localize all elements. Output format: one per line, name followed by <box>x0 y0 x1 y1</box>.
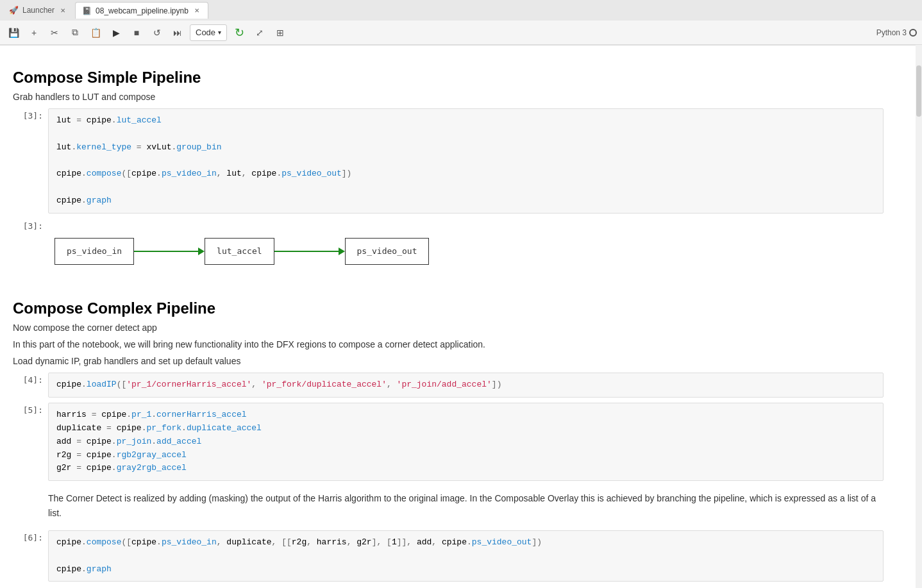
add-cell-button[interactable]: + <box>26 24 42 41</box>
cell-5-line-2: duplicate = cpipe.pr_fork.duplicate_acce… <box>56 422 875 435</box>
simple-pipeline-heading: Compose Simple Pipeline <box>13 69 884 87</box>
kernel-circle-icon <box>909 29 917 37</box>
cell-type-label: Code <box>196 28 215 37</box>
tab-launcher-close[interactable]: ✕ <box>58 6 67 15</box>
run-button[interactable]: ▶ <box>108 24 124 41</box>
complex-pipeline-subtext1: Now compose the corner detect app <box>13 323 884 333</box>
cell-4-number: [4]: <box>13 373 48 385</box>
cell-4-line-1: cpipe.loadIP(['pr_1/cornerHarris_accel',… <box>56 378 875 392</box>
complex-pipeline-subtext2: In this part of the notebook, we will br… <box>13 339 884 349</box>
refresh-button[interactable]: ↻ <box>231 24 247 41</box>
cell-3-output: [3]: ps_video_in lut_accel ps_video_out <box>13 219 884 285</box>
paste-button[interactable]: 📋 <box>87 24 104 41</box>
cell-5-content[interactable]: harris = cpipe.pr_1.cornerHarris_accel d… <box>48 403 884 481</box>
cell-6-line-1: cpipe.compose([cpipe.ps_video_in, duplic… <box>56 536 875 550</box>
arrow-1 <box>134 248 205 255</box>
cell-4-code: [4]: cpipe.loadIP(['pr_1/cornerHarris_ac… <box>13 373 884 398</box>
copy-button[interactable]: ⧉ <box>67 24 83 41</box>
launcher-icon: 🚀 <box>9 6 19 15</box>
cell-5-line-3: add = cpipe.pr_join.add_accel <box>56 435 875 449</box>
grid-button[interactable]: ⊞ <box>272 24 289 41</box>
scrollbar-track[interactable] <box>916 45 922 588</box>
cell-3-output-number: [3]: <box>13 219 48 231</box>
simple-pipeline-subtext: Grab handlers to LUT and compose <box>13 92 884 102</box>
browser-window: 🚀 Launcher ✕ 📓 08_webcam_pipeline.ipynb … <box>0 0 922 588</box>
cell-3-number: [3]: <box>13 108 48 121</box>
cut-button[interactable]: ✂ <box>46 24 63 41</box>
tab-bar: 🚀 Launcher ✕ 📓 08_webcam_pipeline.ipynb … <box>0 0 922 46</box>
restart-run-button[interactable]: ⏭ <box>169 24 186 41</box>
cell-3-graph: ps_video_in lut_accel ps_video_out <box>48 219 884 285</box>
simple-pipeline-diagram: ps_video_in lut_accel ps_video_out <box>48 225 884 278</box>
cell-6-code: [6]: cpipe.compose([cpipe.ps_video_in, d… <box>13 530 884 582</box>
kernel-status: Python 3 <box>876 28 917 37</box>
restart-button[interactable]: ↺ <box>149 24 165 41</box>
code-line-1: lut = cpipe.lut_accel <box>56 114 875 128</box>
cell-5-line-5: g2r = cpipe.gray2rgb_accel <box>56 462 875 475</box>
tab-notebook-close[interactable]: ✕ <box>192 6 201 15</box>
node-ps-video-in: ps_video_in <box>54 238 134 265</box>
cell-type-dropdown[interactable]: Code ▾ <box>190 24 227 41</box>
save-button[interactable]: 💾 <box>5 24 22 41</box>
node-ps-video-out: ps_video_out <box>345 238 430 265</box>
chevron-down-icon: ▾ <box>218 29 221 36</box>
text-corner-detect: The Corner Detect is realized by adding … <box>48 486 884 525</box>
complex-pipeline-heading: Compose Complex Pipeline <box>13 299 884 317</box>
cell-5-code: [5]: harris = cpipe.pr_1.cornerHarris_ac… <box>13 403 884 481</box>
cell-5-line-4: r2g = cpipe.rgb2gray_accel <box>56 449 875 462</box>
cell-6-number: [6]: <box>13 530 48 542</box>
cell-6-line-2: cpipe.graph <box>56 563 875 576</box>
stop-button[interactable]: ■ <box>128 24 145 41</box>
cell-6-content[interactable]: cpipe.compose([cpipe.ps_video_in, duplic… <box>48 530 884 582</box>
cell-5-number: [5]: <box>13 403 48 415</box>
notebook-toolbar: 💾 + ✂ ⧉ 📋 ▶ ■ ↺ ⏭ Code ▾ ↻ ⤢ ⊞ Python 3 <box>0 21 922 45</box>
node-lut-accel: lut_accel <box>205 238 274 265</box>
tab-notebook-label: 08_webcam_pipeline.ipynb <box>96 6 189 15</box>
tab-launcher[interactable]: 🚀 Launcher ✕ <box>3 2 74 19</box>
arrow-2 <box>274 248 345 255</box>
cell-3-code: [3]: lut = cpipe.lut_accel lut.kernel_ty… <box>13 108 884 214</box>
cell-3-content[interactable]: lut = cpipe.lut_accel lut.kernel_type = … <box>48 108 884 214</box>
code-line-3: cpipe.compose([cpipe.ps_video_in, lut, c… <box>56 167 875 181</box>
text-block-corner-detect: The Corner Detect is realized by adding … <box>13 486 884 525</box>
notebook-icon: 📓 <box>82 6 92 15</box>
tab-launcher-label: Launcher <box>22 6 54 15</box>
notebook-content[interactable]: Compose Simple Pipeline Grab handlers to… <box>0 46 922 588</box>
code-line-2: lut.kernel_type = xvLut.group_bin <box>56 141 875 155</box>
tab-notebook[interactable]: 📓 08_webcam_pipeline.ipynb ✕ <box>75 2 208 19</box>
cell-4-content[interactable]: cpipe.loadIP(['pr_1/cornerHarris_accel',… <box>48 373 884 398</box>
external-link-button[interactable]: ⤢ <box>251 24 268 41</box>
code-line-4: cpipe.graph <box>56 194 875 208</box>
scrollbar-thumb[interactable] <box>916 65 921 117</box>
cell-5-line-1: harris = cpipe.pr_1.cornerHarris_accel <box>56 408 875 422</box>
complex-pipeline-subtext3: Load dynamic IP, grab handlers and set u… <box>13 356 884 366</box>
